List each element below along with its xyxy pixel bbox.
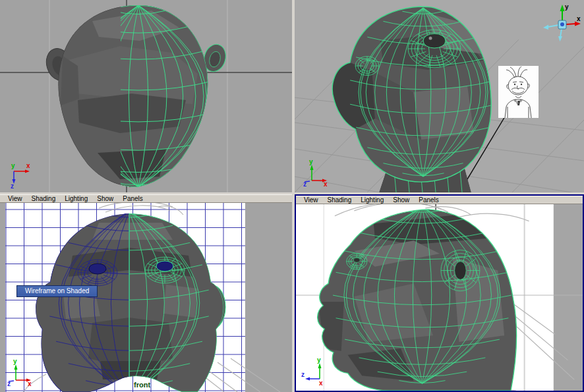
axis-y-label: y [11, 162, 15, 169]
axis-z-label: z [11, 182, 14, 188]
top-view-model[interactable] [0, 0, 292, 192]
menu-view[interactable]: View [299, 196, 323, 204]
menu-view[interactable]: View [3, 195, 27, 202]
active-panel-side: View Shading Lighting Show Panels side y… [295, 194, 584, 392]
axis-x-label: x [28, 380, 32, 387]
axis-z-label: z [301, 371, 305, 378]
axis-y-label: y [13, 358, 17, 365]
persp-view-model[interactable] [295, 0, 584, 192]
axis-x-label: x [26, 162, 30, 169]
side-panel-menubar: View Shading Lighting Show Panels [296, 196, 583, 204]
manipulator-x-label: x [577, 15, 581, 22]
menu-shading[interactable]: Shading [27, 195, 61, 202]
viewport-persp[interactable]: persp y x y x z [295, 0, 584, 192]
menu-shading[interactable]: Shading [323, 196, 357, 204]
axis-y-label: y [309, 158, 313, 165]
menu-lighting[interactable]: Lighting [356, 196, 388, 204]
menu-panels[interactable]: Panels [414, 196, 444, 204]
axis-gizmo-top: y x z [5, 159, 34, 188]
front-panel-menubar: View Shading Lighting Show Panels [0, 194, 292, 203]
front-view-model[interactable] [0, 203, 292, 392]
axis-gizmo-side: y z x [301, 356, 333, 385]
axis-x-label: x [324, 181, 328, 187]
menu-show[interactable]: Show [388, 196, 414, 204]
menu-show[interactable]: Show [92, 195, 118, 202]
axis-gizmo-front: y x z [7, 358, 36, 387]
axis-gizmo-persp: y x z [303, 158, 332, 187]
manipulator-y-label: y [565, 3, 569, 11]
axis-y-label: y [317, 356, 321, 364]
axis-x-label: x [319, 379, 323, 385]
viewport-front[interactable]: front Wireframe on Shaded y x z [0, 203, 292, 392]
menu-panels[interactable]: Panels [118, 195, 148, 202]
tooltip-wireframe-on-shaded: Wireframe on Shaded [16, 285, 98, 297]
move-manipulator[interactable]: y x [542, 3, 583, 42]
menu-lighting[interactable]: Lighting [60, 195, 92, 202]
viewport-side[interactable]: side y z x [296, 204, 583, 391]
viewport-top[interactable]: top y x z [0, 0, 292, 192]
side-view-model[interactable] [296, 204, 583, 391]
